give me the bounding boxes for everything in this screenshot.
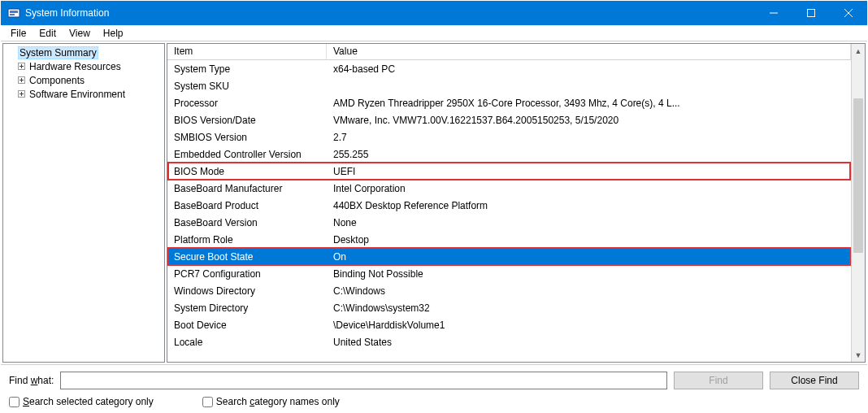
tree-root-label: System Summary [18,46,98,59]
table-row[interactable]: ProcessorAMD Ryzen Threadripper 2950X 16… [167,94,851,111]
cell-value: None [327,217,851,228]
tree-item-label: Software Environment [28,89,127,100]
list-header: Item Value [167,44,851,60]
cell-item: Platform Role [167,234,327,246]
category-tree[interactable]: System Summary Hardware ResourcesCompone… [3,44,164,101]
menu-file[interactable]: File [4,27,33,40]
menu-view[interactable]: View [63,27,97,40]
cell-value: Binding Not Possible [327,268,851,280]
menu-edit[interactable]: Edit [33,27,63,40]
main-area: System Summary Hardware ResourcesCompone… [1,41,867,364]
cell-value: 440BX Desktop Reference Platform [327,200,851,211]
cell-item: BIOS Mode [167,166,327,177]
app-icon [7,7,20,20]
table-row[interactable]: Secure Boot StateOn [167,248,851,265]
scroll-track[interactable] [852,58,865,348]
chk2-rest: ategory names only [254,396,340,407]
chk2-prefix: Search [216,396,250,407]
find-panel: Find what: Find Close Find Search select… [1,364,867,412]
cell-value: x64-based PC [327,63,851,75]
table-row[interactable]: BIOS Version/DateVMware, Inc. VMW71.00V.… [167,111,851,128]
cell-item: System Type [167,63,327,75]
table-row[interactable]: Platform RoleDesktop [167,231,851,248]
table-row[interactable]: BaseBoard VersionNone [167,214,851,231]
cell-item: BaseBoard Version [167,217,327,228]
cell-value: VMware, Inc. VMW71.00V.16221537.B64.2005… [327,115,851,126]
cell-item: BIOS Version/Date [167,115,327,126]
table-row[interactable]: System SKU [167,77,851,94]
cell-value: On [327,251,851,263]
cell-item: Boot Device [167,320,327,331]
vertical-scrollbar[interactable]: ▲ ▼ [851,44,865,362]
table-row[interactable]: BaseBoard ManufacturerIntel Corporation [167,180,851,197]
chk2-label: Search category names only [216,396,340,407]
cell-value: United States [327,337,851,348]
close-find-button[interactable]: Close Find [770,372,859,389]
cell-item: Processor [167,98,327,109]
cell-value: C:\Windows [327,285,851,297]
cell-value: Intel Corporation [327,183,851,194]
chk1-label: Search selected category only [23,396,154,407]
cell-value: \Device\HarddiskVolume1 [327,320,851,331]
expand-icon[interactable] [16,76,26,85]
cell-value: UEFI [327,166,851,177]
svg-rect-4 [808,10,815,17]
cell-item: System Directory [167,302,327,314]
search-selected-category-input[interactable] [9,397,20,407]
blank-icon [7,48,16,58]
cell-item: Embedded Controller Version [167,149,327,160]
table-row[interactable]: LocaleUnited States [167,333,851,350]
close-button[interactable] [830,1,867,25]
svg-rect-2 [10,14,15,15]
minimize-button[interactable] [755,1,792,25]
cell-value: AMD Ryzen Threadripper 2950X 16-Core Pro… [327,98,851,109]
find-input[interactable] [60,372,667,389]
details-list[interactable]: Item Value System Typex64-based PCSystem… [167,44,851,362]
column-item[interactable]: Item [167,44,327,59]
cell-item: SMBIOS Version [167,132,327,143]
maximize-button[interactable] [792,1,830,25]
column-value[interactable]: Value [327,44,851,59]
expand-icon[interactable] [16,62,26,72]
cell-item: PCR7 Configuration [167,268,327,280]
table-row[interactable]: Boot Device\Device\HarddiskVolume1 [167,316,851,333]
scroll-up-icon[interactable]: ▲ [852,44,865,58]
table-row[interactable]: System Typex64-based PC [167,60,851,77]
table-row[interactable]: System DirectoryC:\Windows\system32 [167,299,851,316]
cell-value: C:\Windows\system32 [327,302,851,314]
search-category-names-checkbox[interactable]: Search category names only [202,396,340,407]
cell-item: System SKU [167,80,327,92]
table-row[interactable]: BIOS ModeUEFI [167,163,851,180]
find-button[interactable]: Find [674,372,763,389]
svg-rect-3 [770,13,778,14]
find-label: Find what: [9,375,54,386]
table-row[interactable]: BaseBoard Product440BX Desktop Reference… [167,197,851,214]
table-row[interactable]: SMBIOS Version2.7 [167,128,851,146]
cell-value: Desktop [327,234,851,246]
cell-value: 255.255 [327,149,851,160]
menu-bar: File Edit View Help [1,25,867,41]
table-row[interactable]: Windows DirectoryC:\Windows [167,282,851,299]
table-row[interactable]: PCR7 ConfigurationBinding Not Possible [167,265,851,282]
tree-item[interactable]: Software Environment [3,87,164,101]
search-category-names-input[interactable] [202,397,213,407]
search-selected-category-checkbox[interactable]: Search selected category only [9,396,154,407]
cell-item: BaseBoard Product [167,200,327,211]
scroll-down-icon[interactable]: ▼ [852,348,865,362]
chk1-rest: earch selected category only [29,396,154,407]
svg-rect-1 [10,11,18,13]
cell-item: Locale [167,337,327,348]
menu-help[interactable]: Help [97,27,130,40]
tree-item-label: Components [28,75,86,86]
cell-item: Secure Boot State [167,251,327,263]
tree-item-label: Hardware Resources [28,61,123,72]
chk1-ul: S [23,396,29,407]
expand-icon[interactable] [16,89,26,99]
scroll-thumb[interactable] [853,98,863,253]
tree-item[interactable]: Components [3,73,164,87]
tree-item[interactable]: Hardware Resources [3,59,164,73]
tree-root[interactable]: System Summary [3,46,164,59]
cell-value: 2.7 [327,132,851,143]
tree-pane: System Summary Hardware ResourcesCompone… [2,43,165,363]
table-row[interactable]: Embedded Controller Version255.255 [167,146,851,163]
